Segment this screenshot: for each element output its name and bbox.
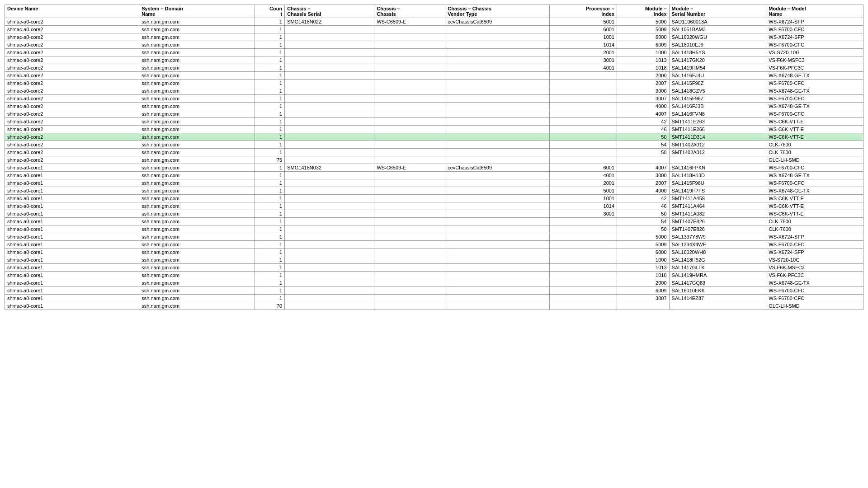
table-cell — [374, 110, 445, 118]
table-cell: 1014 — [550, 202, 617, 210]
table-cell: WS-X6748-GE-TX — [766, 279, 863, 287]
table-cell — [445, 26, 550, 33]
table-cell — [285, 56, 374, 64]
table-cell — [285, 195, 374, 202]
table-cell: 1018 — [617, 64, 670, 72]
table-cell: 3000 — [617, 172, 670, 179]
table-cell — [550, 156, 617, 164]
table-cell: 4001 — [550, 64, 617, 72]
table-cell: shmac-a0-core1 — [5, 172, 139, 179]
table-cell: 1001 — [550, 195, 617, 202]
table-cell: 3007 — [617, 95, 670, 103]
table-container: Device Name System – DomainName Count Ch… — [0, 0, 868, 488]
table-cell: WS-X6748-GE-TX — [766, 103, 863, 110]
table-cell: CLK-7600 — [766, 141, 863, 149]
table-row: shmac-a0-core2ssh.nam.gm.com140011018SAL… — [5, 64, 863, 72]
table-cell — [445, 126, 550, 133]
table-cell — [374, 264, 445, 272]
table-cell: VS-F6K-MSFC3 — [766, 264, 863, 272]
table-cell: 4000 — [617, 187, 670, 195]
table-cell: ssh.nam.gm.com — [139, 72, 255, 80]
table-cell — [374, 187, 445, 195]
table-cell: SAL1417GQ83 — [669, 279, 766, 287]
table-cell: ssh.nam.gm.com — [139, 118, 255, 126]
table-cell — [285, 110, 374, 118]
table-cell: ssh.nam.gm.com — [139, 26, 255, 33]
table-row: shmac-a0-core2ssh.nam.gm.com158SMT1402A0… — [5, 149, 863, 156]
table-cell: ssh.nam.gm.com — [139, 64, 255, 72]
table-cell: shmac-a0-core2 — [5, 72, 139, 80]
table-cell — [285, 264, 374, 272]
table-cell: SAL1415F96Z — [669, 95, 766, 103]
table-cell: ssh.nam.gm.com — [139, 49, 255, 56]
table-cell: ssh.nam.gm.com — [139, 126, 255, 133]
table-cell: shmac-a0-core2 — [5, 56, 139, 64]
table-cell: 5001 — [550, 187, 617, 195]
table-cell — [285, 225, 374, 233]
table-cell: 6000 — [617, 33, 670, 41]
table-cell — [445, 141, 550, 149]
table-cell: 58 — [617, 149, 670, 156]
table-cell — [550, 103, 617, 110]
table-cell — [445, 133, 550, 141]
table-cell: shmac-a0-core1 — [5, 218, 139, 225]
table-cell: shmac-a0-core1 — [5, 195, 139, 202]
table-cell: WS-C6K-VTT-E — [766, 210, 863, 218]
table-cell — [445, 95, 550, 103]
table-cell: WS-C6509-E — [374, 164, 445, 172]
table-cell: 54 — [617, 218, 670, 225]
table-cell: shmac-a0-core1 — [5, 302, 139, 310]
table-row: shmac-a0-core2ssh.nam.gm.com12007SAL1415… — [5, 80, 863, 87]
table-cell: SAL1418H52G — [669, 256, 766, 264]
table-row: shmac-a0-core1ssh.nam.gm.com154SMT1407E8… — [5, 218, 863, 225]
table-cell: SAL1415F98U — [669, 179, 766, 187]
table-cell: SAL1337Y8W9 — [669, 233, 766, 241]
table-cell: VS-F6K-PFC3C — [766, 64, 863, 72]
table-cell: ssh.nam.gm.com — [139, 149, 255, 156]
table-cell — [550, 118, 617, 126]
table-row: shmac-a0-core2ssh.nam.gm.com130011013SAL… — [5, 56, 863, 64]
table-cell: 1 — [255, 118, 285, 126]
table-row: shmac-a0-core1ssh.nam.gm.com1100142SMT14… — [5, 195, 863, 202]
table-cell — [285, 279, 374, 287]
table-cell — [550, 141, 617, 149]
table-cell: 1 — [255, 179, 285, 187]
table-cell — [285, 49, 374, 56]
table-cell — [445, 225, 550, 233]
table-cell — [285, 80, 374, 87]
table-cell: ssh.nam.gm.com — [139, 279, 255, 287]
table-cell: WS-X6724-SFP — [766, 18, 863, 26]
table-cell: 1014 — [550, 41, 617, 49]
table-cell: ssh.nam.gm.com — [139, 256, 255, 264]
header-row: Device Name System – DomainName Count Ch… — [5, 5, 863, 18]
table-cell: shmac-a0-core1 — [5, 264, 139, 272]
table-cell: shmac-a0-core2 — [5, 33, 139, 41]
table-cell: WS-C6K-VTT-E — [766, 202, 863, 210]
table-cell: 1 — [255, 49, 285, 56]
table-cell: SMT1402A012 — [669, 141, 766, 149]
table-cell — [374, 56, 445, 64]
table-cell: 5000 — [617, 18, 670, 26]
table-cell: shmac-a0-core2 — [5, 103, 139, 110]
table-cell: 2001 — [550, 49, 617, 56]
table-cell: 6009 — [617, 41, 670, 49]
table-cell: WS-X6748-GE-TX — [766, 187, 863, 195]
table-cell: 1 — [255, 133, 285, 141]
col-header-vendor: Chassis – ChassisVendor Type — [445, 5, 550, 18]
col-header-mod-serial: Module –Serial Number — [669, 5, 766, 18]
table-cell — [669, 302, 766, 310]
table-cell — [285, 26, 374, 33]
table-cell — [374, 295, 445, 302]
table-cell: shmac-a0-core2 — [5, 133, 139, 141]
table-cell — [445, 279, 550, 287]
col-header-chassis: Chassis –Chassis — [374, 5, 445, 18]
table-cell — [285, 141, 374, 149]
table-cell: SAL1334X4WE — [669, 241, 766, 249]
table-cell — [285, 149, 374, 156]
table-cell — [285, 133, 374, 141]
table-cell: 1 — [255, 202, 285, 210]
table-cell: 1 — [255, 295, 285, 302]
table-cell: shmac-a0-core2 — [5, 80, 139, 87]
table-row: shmac-a0-core1ssh.nam.gm.com120012007SAL… — [5, 179, 863, 187]
table-cell — [445, 103, 550, 110]
